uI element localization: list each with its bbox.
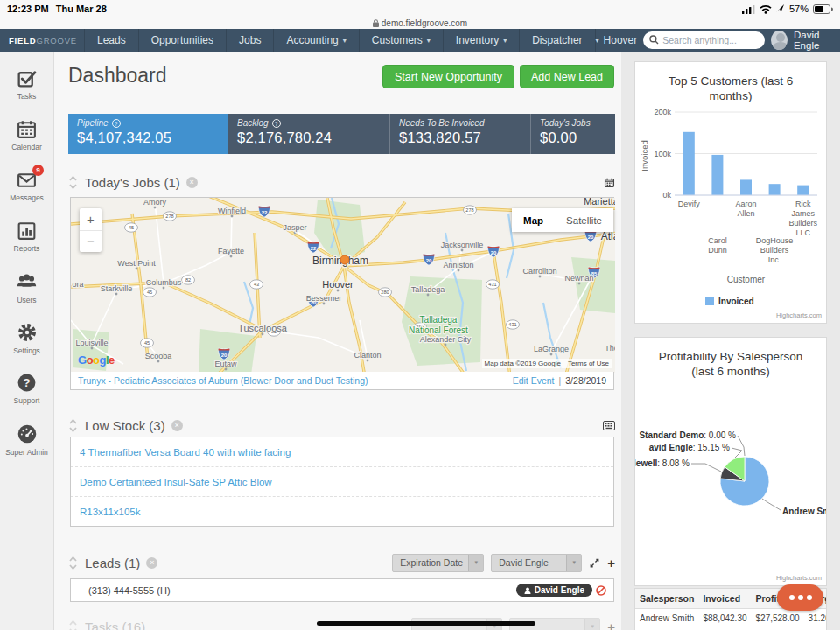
sidebar-item-tasks[interactable]: Tasks bbox=[0, 59, 53, 109]
nav-item-inventory[interactable]: Inventory▾ bbox=[443, 29, 519, 52]
job-map-marker[interactable] bbox=[340, 256, 349, 264]
avatar[interactable] bbox=[771, 31, 788, 50]
close-icon[interactable]: × bbox=[172, 420, 183, 431]
map-town-dot bbox=[136, 268, 138, 270]
map-town-dot bbox=[461, 249, 464, 252]
tasks-icon bbox=[16, 67, 38, 89]
calendar-small-icon[interactable] bbox=[604, 177, 615, 188]
map-town-dot bbox=[262, 333, 264, 336]
us-route-shield: 45 bbox=[144, 288, 157, 297]
lock-icon bbox=[373, 19, 379, 27]
x-tick-label: Dunn bbox=[708, 246, 727, 255]
nav-item-leads[interactable]: Leads bbox=[84, 29, 138, 52]
map-town-dot bbox=[91, 347, 94, 350]
map-map-button[interactable]: Map bbox=[512, 208, 555, 232]
pie-callout-line bbox=[738, 436, 745, 456]
start-new-opportunity-button[interactable]: Start New Opportunity bbox=[382, 65, 514, 88]
column-header-salesperson[interactable]: Salesperson bbox=[635, 589, 698, 609]
sidebar-item-support[interactable]: ?Support bbox=[0, 363, 53, 414]
remove-assignee-icon[interactable] bbox=[596, 585, 606, 596]
collapse-chevrons-icon[interactable] bbox=[68, 175, 78, 190]
assignee-pill[interactable]: David Engle bbox=[516, 584, 592, 597]
close-icon[interactable]: × bbox=[146, 557, 158, 569]
help-icon[interactable]: ? bbox=[112, 119, 121, 128]
home-indicator[interactable] bbox=[317, 621, 536, 626]
terms-link[interactable]: Terms of Use bbox=[568, 360, 609, 368]
zoom-in-button[interactable]: + bbox=[80, 208, 102, 231]
highcharts-credit[interactable]: Highcharts.com bbox=[776, 312, 822, 319]
collapse-chevrons-icon[interactable] bbox=[68, 418, 78, 433]
column-header-invoiced[interactable]: Invoiced bbox=[698, 589, 751, 609]
cellular-signal-icon bbox=[742, 4, 755, 14]
y-axis-title: Invoiced bbox=[640, 140, 649, 171]
edit-event-link[interactable]: Edit Event bbox=[513, 375, 555, 386]
job-event-link[interactable]: Trunyx - Pediatric Associates of Auburn … bbox=[78, 375, 368, 386]
svg-text:45: 45 bbox=[129, 225, 134, 230]
map-label-west-point: West Point bbox=[117, 259, 156, 268]
user-name[interactable]: David Engle bbox=[794, 30, 840, 51]
map-label-tuscaloosa: Tuscaloosa bbox=[238, 323, 288, 333]
map-label-lagrange: LaGrange bbox=[534, 345, 569, 354]
bar-rick-james-builders-llc bbox=[797, 186, 808, 195]
browser-address-bar[interactable]: demo.fieldgroove.com bbox=[0, 18, 840, 29]
nav-item-jobs[interactable]: Jobs bbox=[226, 29, 273, 52]
nav-item-accounting[interactable]: Accounting▾ bbox=[273, 29, 358, 52]
x-tick-label: DogHouse bbox=[756, 236, 794, 245]
assistive-touch-button[interactable] bbox=[777, 584, 823, 611]
nav-item-dispatcher[interactable]: Dispatcher bbox=[519, 29, 595, 52]
low-stock-item-link[interactable]: 4 Thermafiber Versa Board 40 with white … bbox=[71, 438, 613, 467]
branch-selector[interactable]: ▾ Hoover bbox=[596, 34, 638, 46]
expand-icon[interactable] bbox=[589, 557, 600, 569]
inventory-list-icon[interactable] bbox=[603, 421, 615, 430]
sidebar-item-reports[interactable]: Reports bbox=[0, 211, 53, 262]
map-town-dot bbox=[427, 294, 430, 297]
help-icon[interactable]: ? bbox=[272, 119, 281, 128]
stat-value: $0.00 bbox=[540, 130, 606, 146]
map-town-dot bbox=[158, 360, 160, 363]
table-cell: $27,528.00 bbox=[752, 609, 804, 628]
add-new-lead-button[interactable]: Add New Lead bbox=[520, 65, 614, 88]
x-tick-label: Inc. bbox=[768, 256, 781, 264]
map-label-scooba: Scooba bbox=[145, 352, 172, 360]
section-low-stock-header: Low Stock (3) × bbox=[68, 414, 615, 437]
map-label-columbus: Columbus bbox=[146, 278, 182, 287]
close-icon[interactable]: × bbox=[186, 177, 198, 188]
search-icon bbox=[649, 35, 659, 47]
nav-item-opportunities[interactable]: Opportunities bbox=[138, 29, 226, 52]
sidebar-item-users[interactable]: Users bbox=[0, 262, 53, 312]
sidebar-item-label: Reports bbox=[14, 244, 40, 253]
nav-item-customers[interactable]: Customers▾ bbox=[359, 29, 443, 52]
filter-select-david-engle[interactable]: David Engle▾ bbox=[491, 554, 582, 572]
sidebar-item-superadmin[interactable]: Super Admin bbox=[0, 414, 53, 465]
jobs-map[interactable]: 2782784545458282432802804314312222202020… bbox=[70, 197, 614, 372]
legend-label[interactable]: Invoiced bbox=[718, 297, 754, 306]
add-task-icon[interactable]: + bbox=[607, 620, 615, 630]
support-icon: ? bbox=[16, 372, 38, 394]
zoom-out-button[interactable]: − bbox=[80, 231, 102, 253]
filter-select-expiration-date[interactable]: Expiration Date▾ bbox=[392, 554, 484, 572]
svg-text:431: 431 bbox=[488, 282, 496, 287]
pie-callout-line bbox=[762, 499, 780, 510]
low-stock-item-link[interactable]: Demo Certainteed Insul-Safe SP Attic Blo… bbox=[71, 467, 613, 497]
pie-label-n-newell: n Newell: 8.08 % bbox=[635, 458, 690, 468]
location-arrow-icon bbox=[776, 4, 785, 13]
add-lead-icon[interactable]: + bbox=[607, 556, 615, 570]
fieldgroove-logo[interactable]: FIELDGROOVE bbox=[0, 29, 84, 52]
low-stock-item-link[interactable]: R13x11x105k bbox=[71, 497, 613, 527]
sidebar-item-calendar[interactable]: Calendar bbox=[0, 109, 53, 160]
map-satellite-button[interactable]: Satellite bbox=[555, 208, 613, 232]
table-row[interactable]: Andrew Smith$88,042.30$27,528.0031.26670… bbox=[635, 609, 827, 628]
map-label-clanton: Clanton bbox=[354, 351, 381, 360]
google-logo[interactable]: Google bbox=[78, 354, 115, 367]
search-input[interactable] bbox=[662, 32, 778, 49]
legend-swatch[interactable] bbox=[705, 297, 714, 305]
highcharts-credit[interactable]: Highcharts.com bbox=[776, 574, 822, 582]
nav-item-label: Accounting bbox=[286, 34, 338, 46]
map-town-dot bbox=[444, 344, 447, 346]
sidebar-item-messages[interactable]: 9Messages bbox=[0, 160, 53, 211]
collapse-chevrons-icon[interactable] bbox=[68, 620, 78, 630]
x-tick-label: Rick bbox=[795, 200, 811, 208]
lead-row[interactable]: (313) 444-5555 (H) David Engle bbox=[70, 578, 614, 602]
sidebar-item-settings[interactable]: Settings bbox=[0, 312, 53, 363]
collapse-chevrons-icon[interactable] bbox=[68, 556, 78, 570]
